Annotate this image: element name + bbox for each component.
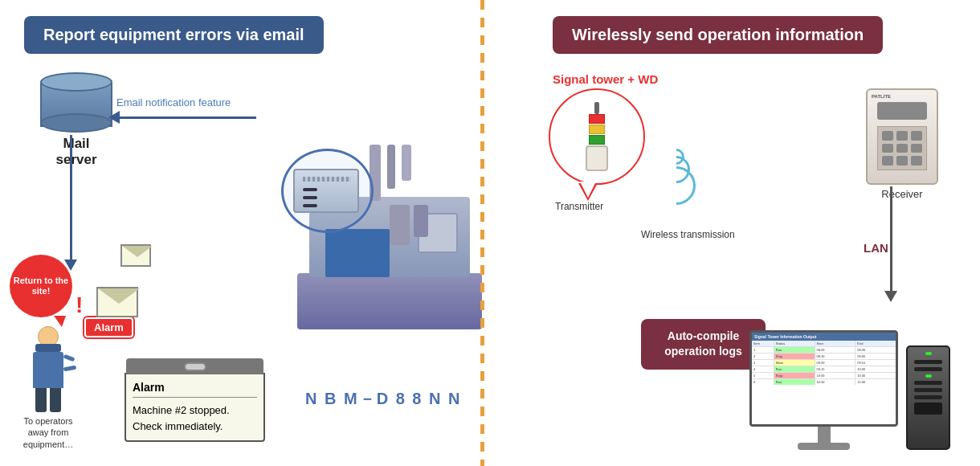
device-circle-highlight xyxy=(281,149,374,233)
receiver-brand-label: PATLITE xyxy=(872,94,891,99)
right-header-label: Wirelessly send operation information xyxy=(572,26,864,43)
nbm-label: N B M－D 8 8 N N xyxy=(305,388,461,410)
envelope-large-icon xyxy=(96,287,138,317)
panel-divider xyxy=(480,0,484,466)
alarm-badge: Alarm xyxy=(84,317,133,337)
wireless-transmission-label: Wireless transmission xyxy=(641,229,735,240)
auto-compile-bubble: Auto-compile operation logs xyxy=(641,319,766,370)
mail-server-icon: Mailserver xyxy=(32,68,120,169)
monitor-screen: Signal Tower Information Output Item Sta… xyxy=(749,330,898,427)
receiver-area: PATLITE Receiver xyxy=(854,88,950,200)
alarm-note-text: Machine #2 stopped. Check immediately. xyxy=(133,403,257,434)
server-tower xyxy=(906,345,950,450)
receiver-device: PATLITE xyxy=(866,88,938,185)
mail-server-label: Mailserver xyxy=(32,136,120,169)
alarm-note: Alarm Machine #2 stopped. Check immediat… xyxy=(125,373,265,442)
right-panel: Wirelessly send operation information Si… xyxy=(484,0,980,466)
right-header-box: Wirelessly send operation information xyxy=(553,16,883,54)
exclamation-icon: ! xyxy=(76,292,83,318)
envelope-small-icon xyxy=(120,244,151,267)
transmitter-label: Transmitter xyxy=(555,201,603,212)
email-notification-arrow: Email notification feature xyxy=(108,96,256,124)
lan-line xyxy=(890,186,892,291)
signal-tower-label: Signal tower + WD xyxy=(553,72,658,86)
alarm-note-title: Alarm xyxy=(133,381,257,398)
lan-label: LAN xyxy=(864,241,888,255)
email-notification-label: Email notification feature xyxy=(116,96,256,108)
tower-bubble xyxy=(549,88,645,185)
left-header-box: Report equipment errors via email xyxy=(24,16,324,54)
person-figure: To operatorsaway fromequipment… xyxy=(16,326,80,450)
person-label: To operatorsaway fromequipment… xyxy=(16,415,80,450)
monitor-area: Signal Tower Information Output Item Sta… xyxy=(749,330,898,450)
vertical-down-arrow xyxy=(70,135,72,260)
wireless-waves-icon xyxy=(657,141,696,205)
signal-tower-icon xyxy=(586,102,608,171)
receiver-label: Receiver xyxy=(854,188,950,200)
return-speech-bubble: Return to the site! xyxy=(10,255,72,317)
left-header-label: Report equipment errors via email xyxy=(43,26,304,43)
